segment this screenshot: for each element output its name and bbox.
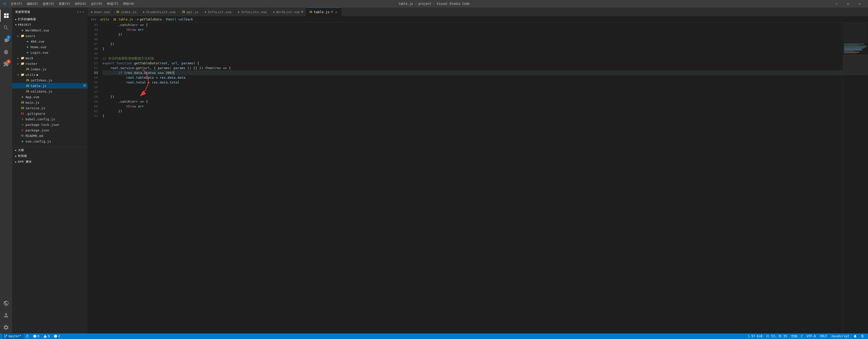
status-line-col[interactable]: 行 53, 列 35 [764, 334, 789, 339]
tree-item-404[interactable]: ◆ 404.vue [12, 39, 88, 44]
minimap-line [844, 43, 864, 44]
status-git-branch[interactable]: master* [2, 334, 24, 339]
close-button[interactable]: ✕ [854, 0, 866, 7]
breadcrumb-callback[interactable]: then() callback [165, 18, 193, 21]
tree-item-service[interactable]: JS service.js [12, 105, 88, 111]
tree-item-app[interactable]: ◆ App.vue [12, 94, 88, 100]
activity-extensions[interactable]: 1 [0, 58, 12, 70]
tab-infolist-vue[interactable]: ◆ InfoList.vue [202, 7, 235, 17]
activity-explorer[interactable] [0, 9, 12, 22]
menu-terminal[interactable]: 终端(T) [105, 1, 121, 6]
breadcrumb-function[interactable]: getTableData [140, 18, 162, 21]
tree-item-users[interactable]: ▶ 📁 users [12, 33, 88, 39]
title-bar: 文件(F) 编辑(E) 选择(S) 查看(V) 转到(G) 运行(R) 终端(T… [0, 0, 868, 7]
tab-user-vue[interactable]: ◆ User.vue [88, 7, 113, 17]
section-project[interactable]: ▼ PROJECT [12, 22, 88, 28]
menu-view[interactable]: 查看(V) [57, 1, 72, 6]
file-label: vue.config.js [26, 140, 51, 143]
menu-edit[interactable]: 编辑(E) [25, 1, 40, 6]
tree-item-utils[interactable]: ▼ 📁 utils ● [12, 72, 88, 78]
activity-bar: 2 1 [0, 7, 12, 334]
tree-item-babel[interactable]: ⚙ babel.config.js [12, 116, 88, 122]
tab-label: InfoList.vue [208, 10, 231, 14]
line-51: 51 [88, 61, 98, 66]
vue-file-icon: ◆ [20, 140, 25, 143]
sidebar-more[interactable]: ··· [76, 9, 85, 14]
status-size[interactable]: 1.57 KiB [746, 334, 764, 339]
tree-item-readme[interactable]: MD README.md [12, 133, 88, 138]
warning-count: 0 [48, 335, 50, 338]
sidebar: 资源管理器 ··· ▶ 打开的编辑器 ▼ PROJECT ◆ WorkMent.… [12, 7, 88, 334]
status-encoding[interactable]: UTF-8 [805, 334, 818, 339]
breadcrumb-src[interactable]: src [91, 18, 96, 21]
activity-debug[interactable] [0, 46, 12, 58]
breadcrumb-file[interactable]: JS table.js [113, 18, 133, 21]
tree-item-gitignore[interactable]: GI .gitignore [12, 111, 88, 116]
status-info[interactable]: 2 [52, 334, 62, 339]
activity-remote[interactable] [0, 297, 12, 309]
menu-file[interactable]: 文件(F) [8, 1, 24, 6]
status-warnings[interactable]: 0 [41, 334, 52, 339]
status-lang-zh[interactable]: 英 [859, 334, 866, 339]
menu-select[interactable]: 选择(S) [41, 1, 56, 6]
tab-worklist-vue[interactable]: ◆ WorkList.vue M [270, 7, 306, 17]
tree-item-settoken[interactable]: JS setToken.js [12, 78, 88, 83]
line-58: 58 [88, 94, 98, 99]
tree-item-main[interactable]: JS main.js [12, 100, 88, 105]
line-47: 47 [88, 42, 98, 47]
status-sync[interactable] [24, 334, 31, 339]
menu-run[interactable]: 运行(R) [89, 1, 104, 6]
json-file-icon: ⚙ [20, 129, 25, 132]
tree-item-workment[interactable]: ◆ WorkMent.vue [12, 28, 88, 33]
minimap-line [844, 48, 864, 49]
code-line-50: // 作业列表获取表格数据方法封装 [102, 56, 843, 61]
code-editor[interactable]: 43 44 45 46 47 48 49 50 51 52 53 54 55 5… [88, 23, 868, 334]
tab-infolists-vue[interactable]: ◆ InfoLists.vue [235, 7, 270, 17]
tab-table-js[interactable]: JS table.js M ✕ [306, 7, 341, 17]
tab-close-button[interactable]: ✕ [334, 10, 338, 14]
tree-item-router-index[interactable]: JS index.js [12, 66, 88, 72]
tab-index-js[interactable]: JS index.js [113, 7, 140, 17]
section-timeline[interactable]: ▶ 时间线 [12, 153, 88, 159]
minimap-line [844, 47, 866, 48]
breadcrumb-utils[interactable]: utils [100, 18, 109, 21]
folder-icon: 📁 [20, 56, 25, 60]
activity-account[interactable] [0, 309, 12, 321]
tree-item-validate[interactable]: JS validate.js [12, 89, 88, 94]
activity-settings[interactable] [0, 321, 12, 334]
tree-item-package-lock[interactable]: ⚙ package-lock.json [12, 122, 88, 127]
status-line-ending[interactable]: CRLF [818, 334, 829, 339]
file-label: setToken.js [31, 79, 52, 82]
status-language[interactable]: JavaScript [829, 334, 851, 339]
activity-search[interactable] [0, 22, 12, 34]
code-content[interactable]: .catch(err => { throw err }) }) [100, 23, 843, 334]
tab-api-js[interactable]: JS api.js [179, 7, 202, 17]
vue-file-icon: ◆ [20, 95, 25, 99]
menu-help[interactable]: 帮助(H) [121, 1, 137, 6]
status-notifications[interactable] [851, 334, 859, 339]
section-open-editors[interactable]: ▶ 打开的编辑器 [12, 17, 88, 22]
section-outline[interactable]: ▶ 大纲 [12, 147, 88, 153]
tree-item-login[interactable]: ◆ Login.vue [12, 50, 88, 55]
modified-badge: M [84, 84, 86, 88]
breadcrumb-icon: ⊙ [137, 18, 139, 21]
tree-item-home[interactable]: ◆ Home.vue [12, 44, 88, 50]
minimap-line [844, 45, 867, 47]
section-npm[interactable]: ▶ NPM 脚本 [12, 159, 88, 165]
file-label: validate.js [31, 90, 52, 93]
error-count: 0 [38, 335, 39, 338]
menu-goto[interactable]: 转到(G) [73, 1, 89, 6]
tree-item-router[interactable]: ▶ 📁 router [12, 61, 88, 66]
status-spaces[interactable]: 空格: 2 [789, 334, 805, 339]
line-ending-info: CRLF [820, 335, 827, 338]
tree-item-mock[interactable]: ▶ 📁 mock [12, 55, 88, 61]
tab-studentlist-vue[interactable]: ◆ StudentList.vue [140, 7, 179, 17]
tab-modified-indicator: M [301, 10, 303, 13]
activity-git[interactable]: 2 [0, 34, 12, 46]
tree-item-table[interactable]: JS table.js M [12, 83, 88, 89]
maximize-button[interactable]: □ [842, 0, 854, 7]
tree-item-package[interactable]: ⚙ package.json [12, 127, 88, 133]
tree-item-vueconfig[interactable]: ◆ vue.config.js [12, 138, 88, 144]
status-errors[interactable]: 0 [31, 334, 41, 339]
minimize-button[interactable]: ─ [831, 0, 842, 7]
